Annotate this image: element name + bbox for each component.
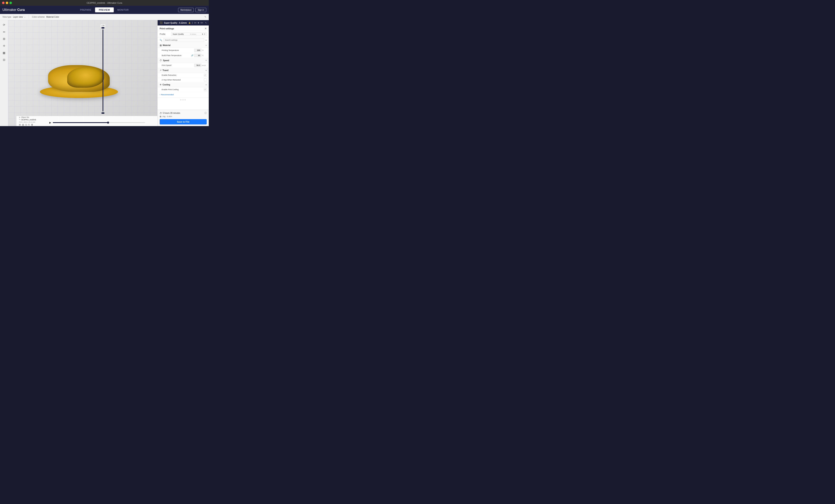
marketplace-button[interactable]: Marketplace (178, 8, 194, 12)
copy-icon[interactable]: ⎘ (28, 123, 30, 126)
adhesion-icon: ⊕ (198, 22, 199, 24)
print-speed-row: Print Speed 50.0 mm/s (158, 63, 209, 68)
duplicate-icon[interactable]: ⊞ (19, 123, 21, 126)
z-hop-label: Z Hop When Retracted (162, 79, 204, 81)
colorscheme-value[interactable]: Material Color (46, 16, 59, 18)
chevron-down-icon[interactable]: ▾ (204, 33, 205, 35)
slider-track[interactable] (103, 29, 103, 111)
settings-menu-icon[interactable]: ≡ (205, 39, 207, 41)
lock-icon: 🔒 (188, 22, 191, 24)
recommended-label[interactable]: Recommended (161, 93, 174, 96)
build-plate-temp-unit: °C (202, 55, 207, 57)
print-settings-title: Print settings (160, 27, 174, 30)
recommended-chevron-icon: ‹ (160, 93, 160, 96)
right-panel: ⬛ Super Quality - 0.12mm 🔒 ⟦ On ⊕ On ✎ P… (157, 20, 209, 126)
search-row: 🔍 ≡ (158, 37, 209, 43)
slider-thumb-top[interactable] (102, 27, 104, 28)
chevron-left-icon[interactable]: ‹ (24, 16, 25, 18)
star-icon[interactable]: ★ (202, 33, 203, 35)
tab-prepare[interactable]: PREPARE (77, 7, 95, 12)
traffic-lights (2, 2, 12, 4)
tool-mirror[interactable]: ⊞ (1, 36, 7, 42)
close-button[interactable] (2, 2, 4, 4)
link-icon[interactable]: 🔗 (191, 55, 194, 57)
tool-scale[interactable]: ⇔ (1, 29, 7, 35)
tab-preview[interactable]: PREVIEW (95, 7, 114, 12)
save-to-file-button[interactable]: Save to File (160, 119, 207, 124)
print-time: ⏱ 5 hours 39 minutes (160, 112, 180, 114)
tool-support[interactable]: ⊟ (1, 57, 7, 63)
material-chevron-icon: ▾ (206, 44, 207, 46)
settings-list: ▦ Material ▾ Printing Temperature 200 °C… (158, 43, 209, 110)
enable-retraction-row: Enable Retraction ✓ (158, 73, 209, 78)
quality-badges: 🔒 ⟦ On ⊕ On (188, 22, 203, 24)
z-hop-row: Z Hop When Retracted (158, 78, 209, 82)
enable-print-cooling-label: Enable Print Cooling (162, 88, 204, 90)
quality-edit-icon[interactable]: ✎ (205, 22, 207, 24)
playback-track[interactable] (53, 122, 145, 123)
close-panel-icon[interactable]: ✕ (205, 27, 207, 30)
play-button[interactable]: ▶ (49, 121, 51, 124)
section-speed[interactable]: ⏱ Speed ▾ (158, 58, 209, 63)
bottom-bar: ∧ Object list ✎ CE3PRO_onelimb 76.5 x 48… (17, 116, 157, 126)
adhesion-on-label[interactable]: On (201, 22, 203, 24)
slider-thumb-bottom[interactable] (102, 112, 104, 114)
enable-retraction-check[interactable]: ✓ (204, 74, 207, 77)
tool-move[interactable]: ✛ (1, 43, 7, 49)
toolbar-separator (28, 15, 29, 19)
merge-icon[interactable]: ⊡ (25, 123, 27, 126)
build-plate-temp-value[interactable]: 60 (194, 54, 201, 57)
object-action-icons: ⊞ ▤ ⊡ ⎘ 🗑 (19, 123, 39, 126)
support-on-label[interactable]: On (194, 22, 197, 24)
more-settings-dots[interactable]: • • • (158, 98, 209, 102)
info-icon[interactable]: ⓘ (204, 111, 207, 114)
titlebar: CE3PRO_onelimb - Ultimaker Cura (0, 0, 209, 6)
printing-temp-unit: °C (202, 49, 207, 51)
model-detail (67, 67, 104, 88)
speed-chevron-icon: ▾ (206, 59, 207, 61)
tab-monitor[interactable]: MONITOR (114, 7, 132, 12)
z-hop-check[interactable] (204, 79, 207, 81)
layer-slider[interactable]: 176 (101, 24, 105, 114)
nav-tabs: PREPARE PREVIEW MONITOR (77, 7, 133, 12)
build-plate-temp-row: Build Plate Temperature 🔗 60 °C (158, 53, 209, 58)
profile-label: Profile (160, 33, 170, 35)
maximize-button[interactable] (9, 2, 12, 4)
enable-retraction-label: Enable Retraction (162, 74, 204, 76)
playback-thumb[interactable] (107, 122, 109, 124)
window-title: CE3PRO_onelimb - Ultimaker Cura (87, 2, 122, 4)
search-icon: 🔍 (160, 39, 162, 41)
nav-right-actions: Marketplace Sign in (178, 8, 206, 12)
playback-fill (53, 122, 108, 123)
align-icon[interactable]: ▤ (22, 123, 24, 126)
tool-arrange[interactable]: ▦ (1, 50, 7, 56)
printing-temp-value[interactable]: 200 (194, 49, 201, 52)
recommended-row: ‹ Recommended (158, 92, 209, 98)
print-speed-value[interactable]: 50.0 (194, 64, 201, 67)
profile-select[interactable]: Super Quality 0.12mm ★ ▾ (171, 32, 207, 36)
support-icon: ⟦ (192, 22, 193, 24)
print-speed-label: Print Speed (162, 64, 194, 66)
material-icon: ▦ (160, 44, 162, 47)
section-travel[interactable]: ↗ Travel ▾ (158, 68, 209, 73)
search-input[interactable] (163, 38, 204, 42)
print-time-value: 5 hours 39 minutes (163, 112, 180, 114)
viewtype-value[interactable]: Layer view (13, 16, 23, 18)
viewport[interactable]: 176 ∧ Object list ✎ CE3PRO_onelimb 76.5 … (8, 20, 157, 126)
section-material[interactable]: ▦ Material ▾ (158, 43, 209, 48)
build-plate-temp-label: Build Plate Temperature (162, 55, 191, 57)
delete-icon[interactable]: 🗑 (31, 123, 33, 126)
object-dims: 76.5 x 48.3 x 21.1 mm (19, 121, 39, 123)
profile-name: Super Quality (172, 33, 184, 35)
section-cooling[interactable]: ❄ Cooling ▾ (158, 82, 209, 87)
signin-button[interactable]: Sign in (196, 8, 206, 12)
minimize-button[interactable] (6, 2, 8, 4)
enable-print-cooling-row: Enable Print Cooling ✓ (158, 87, 209, 92)
enable-print-cooling-check[interactable]: ✓ (204, 88, 207, 91)
colorscheme-label: Color scheme (32, 16, 45, 18)
tool-rotate[interactable]: ⟳ (1, 22, 7, 28)
profile-row: Profile Super Quality 0.12mm ★ ▾ (158, 31, 209, 37)
playback-controls: ▶ (49, 121, 145, 124)
edit-icon[interactable]: ✎ (204, 16, 206, 18)
material-spool-icon: ▦ (160, 115, 162, 118)
